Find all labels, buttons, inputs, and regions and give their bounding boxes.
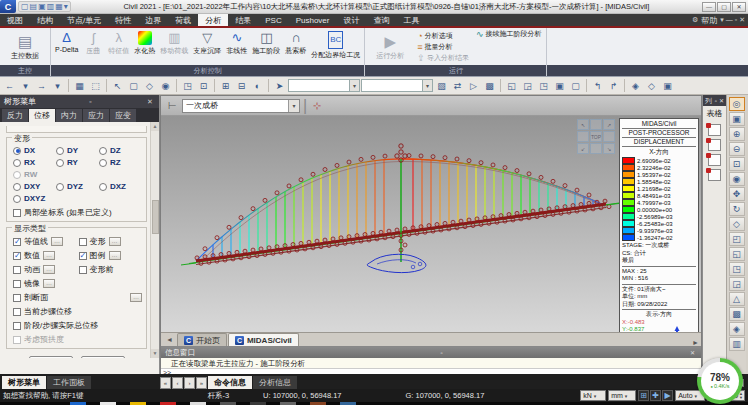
- length-unit-select[interactable]: mm▾: [608, 390, 636, 401]
- view-left-icon[interactable]: ◲: [729, 277, 745, 291]
- result-tab-内力[interactable]: 内力: [56, 109, 82, 122]
- mdi-tab-开始页[interactable]: C开始页: [177, 333, 227, 346]
- viewcube-cell-4[interactable]: TOP: [590, 131, 602, 142]
- select-volume-icon[interactable]: ⊡: [196, 79, 211, 93]
- stage-define-icon[interactable]: ⊹: [310, 100, 324, 111]
- named-selection-combo[interactable]: ▾: [288, 79, 360, 92]
- inactive-window-icon[interactable]: ▢: [568, 79, 583, 93]
- print-icon[interactable]: ▦: [55, 2, 63, 12]
- ribbon-button-分析选项[interactable]: ◔分析选项: [417, 31, 469, 41]
- checkbox-icon[interactable]: [79, 266, 87, 274]
- unlock-icon[interactable]: ◇: [644, 79, 659, 93]
- lock-icon[interactable]: ◈: [628, 79, 643, 93]
- ribbon-button-特征值[interactable]: λ特征值: [106, 29, 131, 65]
- menu-tab-分析[interactable]: 分析: [198, 14, 228, 26]
- pick-icon[interactable]: ➤: [272, 79, 287, 93]
- select-plane-icon[interactable]: ◳: [180, 79, 195, 93]
- radio-icon[interactable]: [13, 183, 21, 191]
- checkbox-icon[interactable]: [13, 308, 21, 316]
- radio-icon[interactable]: [56, 183, 64, 191]
- group-select-icon[interactable]: ⊞: [218, 79, 233, 93]
- zoom-in-icon[interactable]: ⊕: [729, 127, 745, 141]
- checkbox-icon[interactable]: [13, 209, 21, 217]
- menu-tab-边界[interactable]: 边界: [138, 14, 168, 26]
- view-cube[interactable]: ↖↗TOP↙↘: [577, 119, 615, 154]
- viewcube-cell-6[interactable]: ↙: [577, 143, 589, 154]
- select-single-icon[interactable]: ↖: [110, 79, 125, 93]
- save-icon[interactable]: ▣: [38, 2, 46, 12]
- close-button[interactable]: ✕: [732, 2, 746, 12]
- filter-selection-combo[interactable]: ▾: [361, 79, 433, 92]
- viewcube-cell-0[interactable]: ↖: [577, 119, 589, 130]
- message-tab-分析信息[interactable]: 分析信息: [253, 376, 297, 389]
- force-unit-select[interactable]: kN▾: [580, 390, 606, 401]
- menu-tab-查询[interactable]: 查询: [366, 14, 396, 26]
- open-file-icon[interactable]: ▤: [30, 2, 38, 12]
- undo-dropdown-icon[interactable]: ▾: [18, 79, 33, 93]
- options-dots-button[interactable]: …: [43, 265, 55, 274]
- checkbox-icon[interactable]: [13, 322, 21, 330]
- ribbon-button-P-Delta[interactable]: ΔP-Delta: [53, 29, 80, 65]
- result-table-icon[interactable]: [708, 169, 721, 181]
- result-tab-位移[interactable]: 位移: [29, 109, 55, 122]
- menu-tab-结构[interactable]: 结构: [30, 14, 60, 26]
- pin-icon[interactable]: ▫: [715, 98, 717, 104]
- close-icon[interactable]: ✕: [688, 349, 697, 356]
- checkbox-icon[interactable]: [13, 238, 21, 246]
- mdi-window-controls[interactable]: ▾ — ▫ ✕: [720, 16, 745, 24]
- tab-nav-icon[interactable]: »: [196, 377, 207, 389]
- menu-tab-视图[interactable]: 视图: [0, 14, 30, 26]
- tab-nav-icon[interactable]: ›: [184, 377, 195, 389]
- select-polygon-icon[interactable]: ◇: [142, 79, 157, 93]
- checkbox-icon[interactable]: [13, 252, 21, 260]
- checkbox-镜像[interactable]: 镜像…: [13, 278, 142, 289]
- checkbox-icon[interactable]: [13, 336, 21, 344]
- local-axis-checkbox[interactable]: 局部坐标系 (如果已定义): [13, 207, 142, 218]
- tab-nav-icon[interactable]: ‹: [172, 377, 183, 389]
- checkbox-数值[interactable]: 数值…: [13, 250, 77, 261]
- menu-tab-设计[interactable]: 设计: [336, 14, 366, 26]
- stage-select[interactable]: 一次成桥 ▾: [182, 99, 300, 113]
- zoom-out-icon[interactable]: ⊖: [729, 142, 745, 156]
- radio-icon[interactable]: [13, 171, 21, 179]
- menu-tab-结果[interactable]: 结果: [228, 14, 258, 26]
- combo-dropdown-icon[interactable]: ▾: [422, 80, 432, 91]
- checkbox-动画[interactable]: 动画…: [13, 264, 77, 275]
- menu-tab-特性[interactable]: 特性: [108, 14, 138, 26]
- help-menu[interactable]: 帮助: [701, 15, 717, 26]
- all-select-icon[interactable]: ◐: [250, 79, 265, 93]
- ribbon-button-批量分析[interactable]: ≡批量分析: [417, 42, 469, 52]
- options-dots-button[interactable]: …: [43, 279, 55, 288]
- ribbon-button-分配边界给工况[interactable]: BC分配边界给工况: [309, 29, 362, 65]
- ribbon-button-支座沉降[interactable]: ▽支座沉降: [191, 29, 223, 65]
- checkbox-阶段/步骤实际总位移[interactable]: 阶段/步骤实际总位移: [13, 320, 142, 331]
- options-dots-button[interactable]: …: [43, 251, 55, 260]
- new-file-icon[interactable]: ▢: [21, 2, 29, 12]
- panel-scrollbar[interactable]: ▲ ▼: [150, 122, 159, 358]
- play-icon[interactable]: ▶: [662, 390, 673, 401]
- checkbox-变形前[interactable]: 变形前: [79, 264, 143, 275]
- view-right-icon[interactable]: ◳: [729, 262, 745, 276]
- select-identity-icon[interactable]: ▦: [72, 79, 87, 93]
- tab-scroll-left-icon[interactable]: ◄: [163, 334, 176, 346]
- tab-scroll-right-icon[interactable]: ►: [692, 339, 699, 346]
- menu-tab-工具[interactable]: 工具: [396, 14, 426, 26]
- view-front-icon[interactable]: ◱: [729, 247, 745, 261]
- select-window-icon[interactable]: ▢: [126, 79, 141, 93]
- checkbox-icon[interactable]: [13, 280, 21, 288]
- activate-icon[interactable]: ◱: [504, 79, 519, 93]
- ribbon-button-导入分析结果[interactable]: ⇪导入分析结果: [417, 53, 469, 63]
- options-dots-button[interactable]: …: [51, 237, 63, 246]
- checkbox-icon[interactable]: [13, 266, 21, 274]
- close-icon[interactable]: ✕: [145, 98, 155, 106]
- deactivate-icon[interactable]: ◲: [520, 79, 535, 93]
- snap-grid-icon[interactable]: ⊞: [638, 390, 649, 401]
- checkbox-等值线[interactable]: 等值线…: [13, 236, 77, 247]
- radio-icon[interactable]: [56, 147, 64, 155]
- radio-DY[interactable]: DY: [56, 146, 99, 155]
- panel-tab-工作面板[interactable]: 工作面板: [47, 376, 91, 389]
- radio-RZ[interactable]: RZ: [99, 158, 142, 167]
- active-view-icon[interactable]: ▥: [729, 337, 745, 351]
- ribbon-button-移动荷载[interactable]: ▥移动荷载: [158, 29, 190, 65]
- checkbox-剖断面[interactable]: 剖断面…: [13, 292, 142, 303]
